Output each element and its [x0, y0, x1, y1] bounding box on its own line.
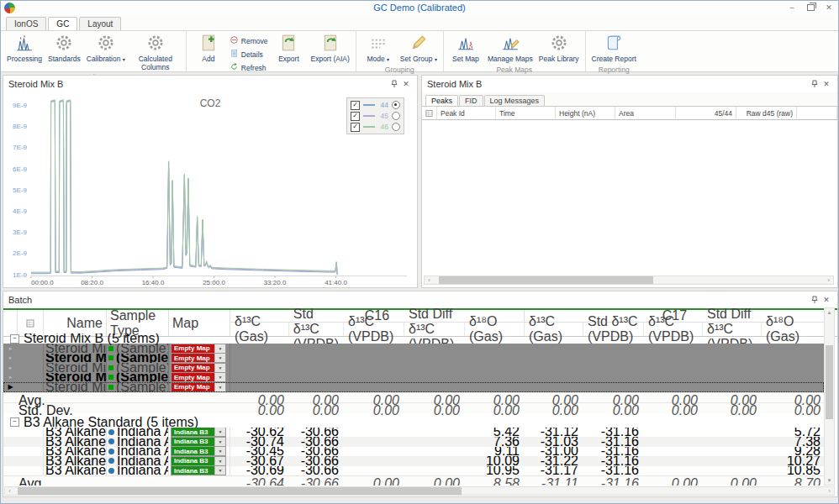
processing-button[interactable]: Processing: [4, 32, 45, 65]
scroll-track[interactable]: [434, 276, 824, 284]
chevron-down-icon[interactable]: ▼: [214, 457, 225, 465]
column-header-sample-type[interactable]: Sample Type: [107, 310, 169, 336]
batch-row[interactable]: ▸Steroid Mix B(Sample)Empty Map▼: [3, 344, 824, 354]
tab-peaks[interactable]: Peaks: [425, 95, 458, 106]
map-select[interactable]: Empty Map▼: [171, 373, 226, 383]
ribbon-tab-gc[interactable]: GC: [48, 17, 77, 30]
calibration-button[interactable]: Calibration ▾: [84, 32, 128, 65]
export-button[interactable]: Export: [270, 32, 307, 65]
set-map-button[interactable]: Set Map: [447, 32, 484, 65]
map-select[interactable]: Indiana B3▼: [171, 447, 226, 457]
radio-icon[interactable]: [392, 112, 400, 120]
minimize-button[interactable]: –: [786, 2, 798, 13]
chevron-down-icon[interactable]: ▼: [214, 447, 225, 455]
pin-icon[interactable]: [809, 294, 821, 306]
scroll-up-icon[interactable]: ▴: [828, 308, 831, 317]
chevron-down-icon[interactable]: ▼: [214, 373, 225, 381]
column-header-height-na-[interactable]: Height (nA): [556, 107, 615, 119]
chevron-down-icon[interactable]: ▼: [214, 354, 225, 362]
peaks-horizontal-scrollbar[interactable]: ‹ ›: [424, 276, 834, 285]
map-select[interactable]: Empty Map▼: [171, 344, 226, 354]
row-selector-icon[interactable]: [422, 107, 437, 119]
checkbox-icon[interactable]: ✓: [351, 123, 360, 132]
scroll-thumb[interactable]: [439, 276, 653, 284]
checkbox-icon[interactable]: ✓: [351, 112, 360, 121]
ribbon-tab-layout[interactable]: Layout: [79, 17, 121, 30]
chevron-down-icon[interactable]: ▼: [214, 428, 225, 436]
restore-button[interactable]: [805, 2, 816, 13]
create-report-button[interactable]: Create Report: [589, 32, 639, 65]
legend-row-46[interactable]: ✓46: [351, 122, 400, 132]
close-icon[interactable]: ✕: [821, 78, 832, 90]
row-selector-icon[interactable]: [18, 310, 44, 336]
pin-icon[interactable]: [809, 78, 821, 90]
collapse-icon[interactable]: −: [10, 417, 19, 427]
column-header-raw-d45-raw-[interactable]: Raw d45 (raw): [736, 107, 797, 119]
mode-button[interactable]: Mode ▾: [360, 32, 397, 65]
batch-row[interactable]: ▸Steroid Mix B(Sample)Empty Map▼: [3, 373, 824, 383]
batch-vertical-scrollbar[interactable]: ▴ ▾: [824, 307, 835, 486]
scroll-right-icon[interactable]: ›: [824, 276, 833, 284]
group-header[interactable]: −B3 Alkane Standard (5 items): [3, 417, 824, 428]
chevron-down-icon[interactable]: ▼: [214, 383, 225, 391]
export-aia--button[interactable]: Export (AIA): [308, 32, 351, 65]
legend-row-45[interactable]: ✓45: [351, 111, 400, 121]
map-select[interactable]: Indiana B3▼: [171, 428, 226, 438]
remove-button[interactable]: Remove: [228, 34, 270, 47]
batch-row[interactable]: B3 Alkane StandardIndiana A3(C1)Indiana …: [3, 437, 824, 447]
chevron-down-icon[interactable]: ▼: [214, 438, 225, 446]
scroll-thumb[interactable]: [826, 345, 833, 419]
close-button[interactable]: ✕: [823, 2, 835, 13]
group-header[interactable]: −Steroid Mix B (5 items): [3, 333, 824, 344]
calculated-columns-button[interactable]: Calculated Columns: [129, 32, 182, 72]
collapse-icon[interactable]: −: [10, 334, 19, 344]
column-header-45-44[interactable]: 45/44: [676, 107, 736, 119]
checkbox-icon[interactable]: ✓: [351, 101, 360, 110]
column-header-name[interactable]: Name: [44, 310, 107, 336]
map-select[interactable]: Indiana B3▼: [171, 437, 226, 447]
peak-library-button[interactable]: Peak Library: [536, 32, 582, 65]
radio-icon[interactable]: [392, 123, 400, 131]
ribbon-tab-ionos[interactable]: IonOS: [6, 17, 46, 30]
chevron-down-icon[interactable]: ▼: [214, 364, 225, 372]
column-header-area[interactable]: Area: [615, 107, 676, 119]
tab-log-messages[interactable]: Log Messages: [484, 95, 546, 106]
scroll-thumb[interactable]: [18, 487, 462, 495]
map-select[interactable]: Empty Map▼: [171, 382, 226, 392]
scroll-down-icon[interactable]: ▾: [828, 476, 831, 485]
column-header-peak-id[interactable]: Peak Id: [437, 107, 496, 119]
map-select[interactable]: Empty Map▼: [171, 354, 226, 364]
close-icon[interactable]: ✕: [400, 78, 412, 90]
batch-row[interactable]: B3 Alkane StandardIndiana A3(C1)Indiana …: [3, 447, 824, 457]
set-group-button[interactable]: Set Group ▾: [398, 32, 440, 65]
standards-button[interactable]: Standards: [45, 32, 83, 65]
batch-row[interactable]: B3 Alkane StandardIndiana A3(C1)Indiana …: [3, 466, 824, 476]
batch-horizontal-scrollbar[interactable]: ‹ ›: [4, 486, 835, 496]
batch-row[interactable]: B3 Alkane StandardIndiana A3(C1)Indiana …: [3, 428, 824, 438]
column-header-time[interactable]: Time: [496, 107, 556, 119]
close-icon[interactable]: ✕: [821, 294, 832, 306]
batch-row[interactable]: ▶Steroid Mix B(Sample)Empty Map▼: [3, 382, 824, 392]
batch-row[interactable]: B3 Alkane StandardIndiana A3(C1)Indiana …: [3, 456, 824, 466]
scroll-track[interactable]: [825, 317, 834, 476]
batch-row[interactable]: ▸Steroid Mix B(Sample)Empty Map▼: [3, 363, 824, 373]
map-select[interactable]: Indiana B3▼: [171, 466, 226, 476]
map-select[interactable]: Indiana B3▼: [171, 456, 226, 466]
pin-icon[interactable]: [388, 78, 400, 90]
scroll-right-icon[interactable]: ›: [825, 487, 834, 495]
tab-fid[interactable]: FID: [459, 95, 483, 106]
column-header-map[interactable]: Map: [169, 310, 230, 336]
add-button[interactable]: Add: [190, 32, 227, 65]
map-select[interactable]: Empty Map▼: [171, 363, 226, 373]
scroll-left-icon[interactable]: ‹: [425, 276, 434, 284]
chevron-down-icon[interactable]: ▼: [214, 344, 225, 353]
scroll-left-icon[interactable]: ‹: [5, 487, 14, 495]
scroll-track[interactable]: [14, 487, 825, 495]
manage-maps-button[interactable]: Manage Maps: [485, 32, 536, 65]
batch-row[interactable]: ▸Steroid Mix B(Sample)Empty Map▼: [3, 354, 824, 364]
details-button[interactable]: Details: [228, 48, 270, 60]
refresh-button[interactable]: Refresh: [228, 61, 270, 74]
chevron-down-icon[interactable]: ▼: [214, 466, 225, 475]
radio-icon[interactable]: [392, 101, 400, 109]
legend-row-44[interactable]: ✓44: [351, 100, 400, 110]
